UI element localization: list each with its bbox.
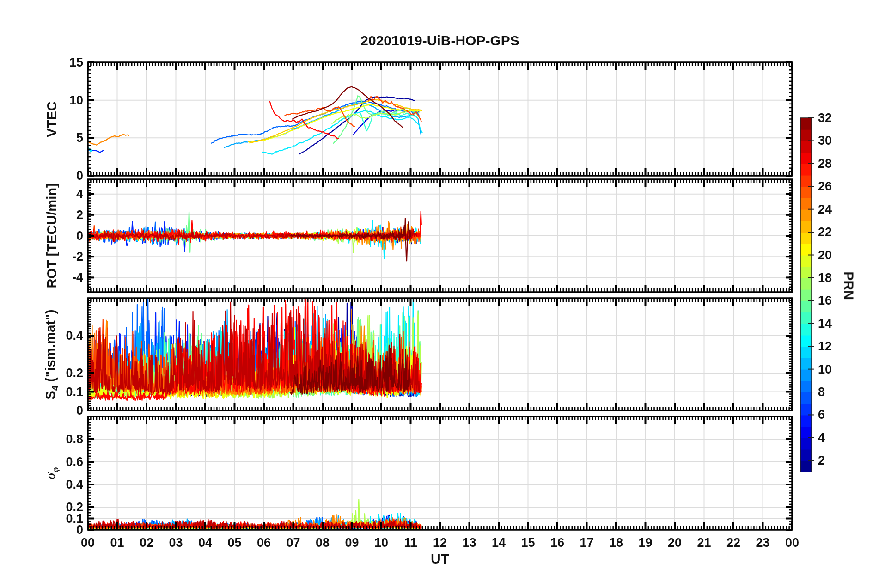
figure: 20201019-UiB-HOP-GPS UT PRN 000102030405…: [0, 0, 879, 588]
x-tick-label: 06: [257, 536, 271, 550]
x-tick-label: 23: [756, 536, 769, 550]
y-tick-label: 0: [76, 229, 83, 243]
y-tick-label: -2: [72, 250, 83, 264]
x-tick-label: 01: [110, 536, 124, 550]
x-tick-label: 08: [316, 536, 330, 550]
x-tick-label: 17: [580, 536, 593, 550]
y-tick-label: 15: [69, 55, 83, 70]
x-tick-label: 14: [492, 536, 506, 550]
y-axis-label-rot: ROT [TECU/min]: [44, 183, 60, 288]
x-tick-label: 12: [433, 536, 447, 550]
x-tick-label: 19: [638, 536, 652, 550]
colorbar-tick-label: 30: [818, 134, 832, 148]
x-tick-label: 03: [169, 536, 183, 550]
y-tick-label: 0.2: [66, 366, 83, 380]
colorbar-tick-label: 10: [818, 362, 832, 376]
y-axis-label-sigma-phi: σφ: [43, 467, 61, 479]
y-tick-label: 0: [76, 404, 83, 418]
chart-title: 20201019-UiB-HOP-GPS: [360, 33, 519, 49]
colorbar-tick-label: 28: [818, 156, 832, 171]
x-tick-label: 13: [462, 536, 476, 550]
y-tick-label: -4: [72, 270, 83, 285]
x-tick-label: 11: [404, 536, 417, 550]
colorbar-tick-label: 18: [818, 270, 832, 285]
colorbar-tick-label: 2: [818, 453, 825, 468]
colorbar-label: PRN: [841, 271, 856, 300]
x-tick-label: 05: [227, 536, 241, 550]
colorbar-tick-label: 32: [818, 111, 832, 125]
y-tick-label: 0: [76, 169, 83, 183]
y-tick-label: 0.4: [66, 329, 83, 343]
y-tick-label: 2: [76, 208, 83, 222]
colorbar-tick-label: 24: [818, 202, 832, 216]
colorbar-tick-label: 20: [818, 248, 832, 262]
colorbar-tick-label: 12: [818, 339, 832, 354]
x-tick-label: 02: [140, 536, 153, 550]
x-axis-label: UT: [431, 551, 449, 567]
x-tick-label: 20: [668, 536, 682, 550]
y-tick-label: 4: [76, 187, 83, 201]
y-tick-label: 0.6: [66, 455, 83, 469]
x-tick-label: 07: [286, 536, 300, 550]
x-tick-label: 21: [697, 536, 711, 550]
colorbar-tick-label: 4: [818, 430, 825, 445]
x-tick-label: 18: [609, 536, 623, 550]
y-axis-label-s4: S4 ("ism.mat"): [43, 309, 61, 399]
chart-canvas: [0, 0, 879, 588]
x-tick-label: 00: [81, 536, 95, 550]
y-axis-label-vtec: VTEC: [44, 101, 60, 137]
colorbar-tick-label: 8: [818, 385, 825, 399]
colorbar-tick-label: 26: [818, 179, 832, 194]
x-tick-label: 10: [374, 536, 388, 550]
x-tick-label: 09: [345, 536, 359, 550]
colorbar-tick-label: 22: [818, 225, 832, 239]
y-tick-label: 0.4: [66, 478, 83, 492]
colorbar-tick-label: 14: [818, 316, 832, 331]
y-tick-label: 0.1: [66, 385, 83, 399]
y-tick-label: 0.8: [66, 432, 83, 447]
x-tick-label: 16: [550, 536, 564, 550]
x-tick-label: 22: [726, 536, 740, 550]
y-tick-label: 5: [76, 131, 83, 145]
x-tick-label: 04: [198, 536, 212, 550]
x-tick-label: 00: [785, 536, 799, 550]
y-tick-label: 0.2: [66, 500, 83, 514]
colorbar-tick-label: 16: [818, 294, 832, 308]
y-tick-label: 10: [69, 93, 83, 107]
colorbar-tick-label: 6: [818, 408, 825, 422]
x-tick-label: 15: [521, 536, 535, 550]
